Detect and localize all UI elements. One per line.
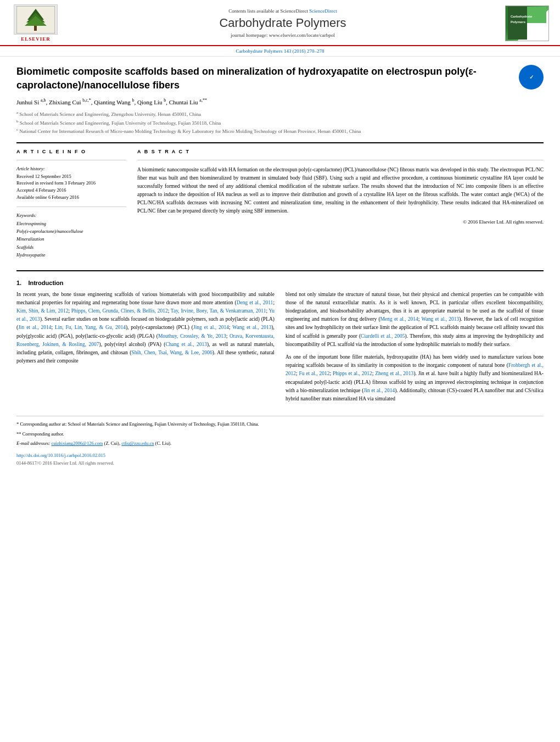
available-date: Available online 6 February 2016: [16, 194, 126, 201]
keyword-2: Poly(ε-caprolactone)/nanocellulose: [16, 227, 126, 235]
ref-wang2[interactable]: Wang et al., 2013: [421, 316, 459, 322]
doi-line: http://dx.doi.org/10.1016/j.carbpol.2016…: [16, 452, 544, 460]
svg-rect-8: [527, 23, 546, 40]
affiliation-a: a School of Materials Science and Engine…: [16, 110, 544, 119]
affiliation-b: b School of Materials Science and Engine…: [16, 119, 544, 127]
ref-meng[interactable]: Meng et al., 2014: [380, 316, 418, 322]
journal-center-info: Contents lists available at ScienceDirec…: [60, 8, 505, 38]
title-section: Biomimetic composite scaffolds based on …: [16, 65, 544, 92]
email-link-1[interactable]: cuizhixiang2006@126.com: [51, 440, 103, 446]
ref-wang[interactable]: Wang et al., 2013: [232, 325, 271, 330]
keyword-1: Electrospinning: [16, 220, 126, 227]
ref-deng[interactable]: Deng et al., 2011: [237, 300, 273, 305]
article-title: Biomimetic composite scaffolds based on …: [16, 65, 519, 92]
affiliations: a School of Materials Science and Engine…: [16, 110, 544, 136]
keywords-section: Keywords: Electrospinning Poly(ε-caprola…: [16, 213, 126, 259]
bone-text: bone: [61, 292, 71, 297]
sciencedirect-info: Contents lists available at ScienceDirec…: [71, 8, 494, 14]
ref-mouthuy[interactable]: Mouthuy, Crossley, & Ye, 2013: [158, 333, 226, 339]
sciencedirect-link[interactable]: ScienceDirect: [309, 8, 337, 14]
ref-lin[interactable]: Lin, Fu, Lin, Yang, & Gu, 2014: [55, 325, 126, 330]
ref-fu[interactable]: Fu et al., 2012: [299, 371, 329, 376]
intro-col-2: blend not only simulate the structure of…: [285, 291, 544, 408]
section-divider: [16, 142, 544, 143]
ref-tay[interactable]: Tay, Irvine, Boey, Tan, & Venkatraman, 2…: [171, 308, 266, 314]
ref-shih[interactable]: Shih, Chen, Tsai, Wang, & Lee, 2006: [131, 350, 212, 355]
ref-jin[interactable]: Jin et al., 2014: [18, 325, 51, 330]
intro-para-1: In recent years, the bone tissue enginee…: [16, 291, 275, 366]
authors-line: Junhui Si a,b, Zhixiang Cui b,c,*, Qiant…: [16, 98, 544, 105]
history-label: Article history:: [16, 166, 126, 171]
keywords-label: Keywords:: [16, 213, 126, 218]
footnotes-section: * Corresponding author at: School of Mat…: [16, 416, 544, 467]
keyword-4: Scaffolds: [16, 243, 126, 251]
svg-text:Polymers: Polymers: [511, 20, 526, 24]
intro-para-3: As one of the important bone filler mate…: [285, 353, 544, 403]
ref-ciardelli[interactable]: Ciardelli et al., 2005: [361, 333, 405, 339]
intro-para-2: blend not only simulate the structure of…: [285, 291, 544, 349]
journal-logo-right: Carbohydrate Polymers: [505, 5, 549, 41]
footnote-corresponding2: ** Corresponding author.: [16, 431, 544, 438]
ref-chang[interactable]: Chang et al., 2013: [166, 342, 207, 347]
affiliation-c: c National Center for International Rese…: [16, 127, 544, 136]
footnote-emails: E-mail addresses: cuizhixiang2006@126.co…: [16, 440, 544, 448]
received-date: Received 12 September 2015: [16, 173, 126, 180]
article-info-col: A R T I C L E I N F O Article history: R…: [16, 149, 126, 264]
abstract-divider: [137, 160, 544, 160]
footnote-corresponding1: * Corresponding author at: School of Mat…: [16, 421, 544, 428]
revised-date: Received in revised form 3 February 2016: [16, 180, 126, 187]
keyword-5: Hydroxyapatite: [16, 251, 126, 259]
email-link-2[interactable]: ctliu@zzu.edu.cn: [121, 440, 154, 446]
svg-text:Carbohydrate: Carbohydrate: [511, 15, 533, 18]
journal-header: ELSEVIER Contents lists available at Sci…: [0, 0, 560, 46]
crossmark-label: ✓: [529, 74, 534, 80]
issn-line: 0144-8617/© 2016 Elsevier Ltd. All right…: [16, 460, 544, 467]
page: ELSEVIER Contents lists available at Sci…: [0, 0, 560, 742]
ref-phipps2[interactable]: Phipps et al., 2012: [333, 371, 372, 376]
article-history: Article history: Received 12 September 2…: [16, 166, 126, 201]
elsevier-logo: ELSEVIER: [11, 4, 60, 42]
ref-jin2[interactable]: Jin et al., 2014: [363, 388, 395, 393]
article-info-heading: A R T I C L E I N F O: [16, 149, 126, 154]
abstract-text: A biomimetic nanocomposite scaffold with…: [137, 166, 544, 216]
ref-phipps[interactable]: Phipps, Clem, Grunda, Clines, & Bellis, …: [71, 308, 168, 314]
keywords-list: Electrospinning Poly(ε-caprolactone)/nan…: [16, 220, 126, 259]
intro-body: In recent years, the bone tissue enginee…: [16, 291, 544, 408]
ref-orava[interactable]: Orava, Korventausta, Rosenberg, Jokinen,…: [16, 333, 275, 347]
intro-col-1: In recent years, the bone tissue enginee…: [16, 291, 275, 408]
abstract-col: A B S T R A C T A biomimetic nanocomposi…: [137, 149, 544, 264]
elsevier-image: [14, 4, 58, 35]
abstract-heading: A B S T R A C T: [137, 149, 544, 154]
info-abstract-section: A R T I C L E I N F O Article history: R…: [16, 149, 544, 264]
accepted-date: Accepted 4 February 2016: [16, 187, 126, 194]
keywords-divider: [16, 207, 126, 207]
ref-zheng[interactable]: Zheng et al., 2013: [375, 371, 413, 376]
journal-volume: Carbohydrate Polymers 143 (2016) 270–278: [0, 46, 560, 57]
keyword-3: Mineralization: [16, 235, 126, 243]
crossmark-badge: ✓: [519, 65, 544, 90]
body-divider: [16, 270, 544, 271]
journal-homepage: journal homepage: www.elsevier.com/locat…: [71, 32, 494, 38]
intro-section-title: 1. Introduction: [16, 280, 544, 286]
elsevier-label: ELSEVIER: [21, 36, 51, 42]
info-divider: [16, 160, 126, 160]
ref-jing[interactable]: Jing et al., 2014: [193, 325, 229, 330]
introduction-section: 1. Introduction In recent years, the bon…: [16, 280, 544, 408]
journal-title: Carbohydrate Polymers: [71, 16, 494, 30]
article-content: Biomimetic composite scaffolds based on …: [0, 57, 560, 475]
ref-kim[interactable]: Kim, Shin, & Lim, 2012: [16, 308, 68, 314]
copyright-notice: © 2016 Elsevier Ltd. All rights reserved…: [137, 219, 544, 225]
